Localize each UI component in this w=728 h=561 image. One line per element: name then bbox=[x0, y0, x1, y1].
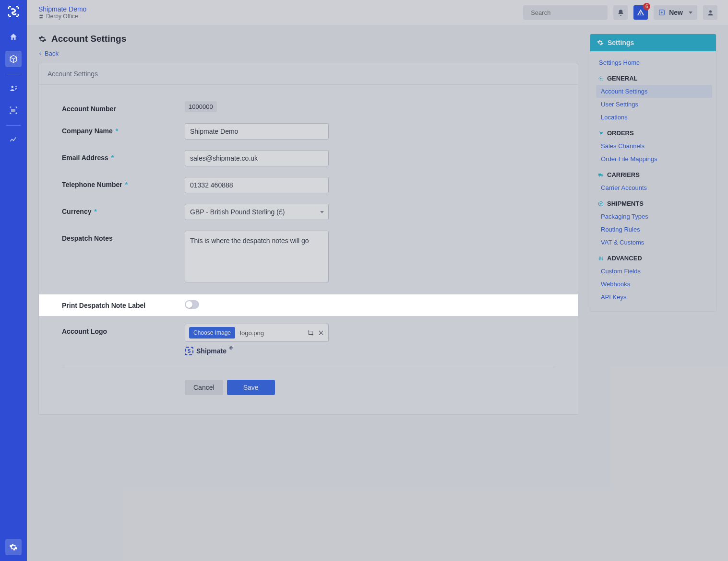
svg-point-0 bbox=[12, 86, 14, 88]
nav-contacts[interactable] bbox=[5, 80, 22, 96]
chevron-left-icon bbox=[38, 51, 42, 56]
box-icon bbox=[598, 201, 604, 207]
gear-icon bbox=[597, 39, 604, 46]
truck-icon bbox=[598, 172, 604, 178]
side-link-order-file-mappings[interactable]: Order File Mappings bbox=[596, 152, 712, 165]
alerts-button[interactable]: 6 bbox=[633, 5, 648, 20]
side-link-locations[interactable]: Locations bbox=[596, 111, 712, 124]
row-currency: Currency * GBP - British Pound Sterling … bbox=[62, 204, 555, 220]
side-link-webhooks[interactable]: Webhooks bbox=[596, 278, 712, 291]
select-currency[interactable]: GBP - British Pound Sterling (£) bbox=[185, 204, 329, 220]
side-link-packaging-types[interactable]: Packaging Types bbox=[596, 210, 712, 223]
side-link-carrier-accounts[interactable]: Carrier Accounts bbox=[596, 181, 712, 194]
bell-icon bbox=[617, 9, 624, 16]
cancel-button[interactable]: Cancel bbox=[185, 380, 223, 395]
person-icon bbox=[707, 9, 714, 16]
rail-divider-2 bbox=[6, 125, 21, 126]
nav-packages[interactable] bbox=[5, 51, 22, 67]
search-input-wrap[interactable]: / bbox=[523, 5, 608, 20]
panel-head: Account Settings bbox=[39, 63, 578, 85]
nav-home[interactable] bbox=[5, 29, 22, 45]
svg-point-6 bbox=[602, 134, 603, 135]
label-account-number: Account Number bbox=[62, 101, 185, 113]
side-group-orders: ORDERS bbox=[594, 124, 712, 140]
logo-mark-icon: S bbox=[185, 347, 193, 355]
input-email[interactable] bbox=[185, 150, 329, 166]
new-button-label: New bbox=[669, 9, 683, 16]
brand-block: Shipmate Demo Derby Office bbox=[38, 5, 86, 20]
brand-sub: Derby Office bbox=[38, 13, 86, 20]
back-link[interactable]: Back bbox=[38, 50, 59, 57]
logo-preview: S Shipmate® bbox=[185, 347, 329, 355]
choose-image-button[interactable]: Choose Image bbox=[189, 327, 235, 339]
row-print-despatch-label: Print Despatch Note Label bbox=[39, 294, 578, 316]
side-link-user-settings[interactable]: User Settings bbox=[596, 98, 712, 111]
side-group-shipments: SHIPMENTS bbox=[594, 194, 712, 210]
main-column: Shipmate Demo Derby Office / 6 New bbox=[27, 0, 728, 561]
topbar: Shipmate Demo Derby Office / 6 New bbox=[27, 0, 728, 25]
alert-badge: 6 bbox=[643, 3, 650, 10]
label-despatch-notes: Despatch Notes bbox=[62, 231, 185, 242]
row-despatch-notes: Despatch Notes This is where the despatc… bbox=[62, 231, 555, 284]
input-company-name[interactable] bbox=[185, 123, 329, 140]
svg-point-9 bbox=[599, 258, 600, 259]
svg-point-4 bbox=[600, 78, 602, 79]
textarea-despatch-notes[interactable]: This is where the despatch notes will go bbox=[185, 231, 329, 282]
svg-point-3 bbox=[709, 10, 712, 12]
gear-icon bbox=[38, 35, 47, 43]
side-link-custom-fields[interactable]: Custom Fields bbox=[596, 265, 712, 278]
label-email: Email Address * bbox=[62, 150, 185, 162]
toggle-print-despatch[interactable] bbox=[185, 300, 199, 309]
side-group-advanced: ADVANCED bbox=[594, 249, 712, 265]
profile-button[interactable] bbox=[703, 5, 717, 20]
input-telephone[interactable] bbox=[185, 177, 329, 193]
brand-logo bbox=[5, 3, 22, 20]
row-account-number: Account Number 1000000 bbox=[62, 101, 555, 113]
rail-divider bbox=[6, 74, 21, 74]
side-link-settings-home[interactable]: Settings Home bbox=[594, 56, 712, 69]
page-area: Account Settings Back Account Settings A… bbox=[38, 34, 578, 415]
svg-point-5 bbox=[600, 134, 601, 135]
side-group-general: GENERAL bbox=[594, 69, 712, 85]
label-currency: Currency * bbox=[62, 204, 185, 215]
chevron-down-icon bbox=[689, 12, 692, 14]
crop-icon[interactable] bbox=[307, 329, 314, 336]
file-picker: Choose Image logo.png bbox=[185, 324, 329, 342]
side-link-vat-customs[interactable]: VAT & Customs bbox=[596, 236, 712, 249]
cart-icon bbox=[598, 130, 604, 136]
side-panel-head: Settings bbox=[590, 34, 716, 51]
form-divider bbox=[62, 367, 555, 367]
row-account-logo: Account Logo Choose Image logo.png bbox=[62, 324, 555, 355]
nav-settings[interactable] bbox=[5, 539, 22, 555]
notifications-button[interactable] bbox=[613, 5, 628, 20]
close-icon[interactable] bbox=[318, 329, 324, 336]
brand-title: Shipmate Demo bbox=[38, 5, 86, 13]
label-telephone: Telephone Number * bbox=[62, 177, 185, 188]
label-account-logo: Account Logo bbox=[62, 324, 185, 335]
gear-small-icon bbox=[598, 76, 604, 82]
store-icon bbox=[38, 14, 44, 19]
side-link-api-keys[interactable]: API Keys bbox=[596, 291, 712, 304]
row-company-name: Company Name * bbox=[62, 123, 555, 140]
row-telephone: Telephone Number * bbox=[62, 177, 555, 193]
side-link-account-settings[interactable]: Account Settings bbox=[596, 85, 712, 98]
search-input[interactable] bbox=[531, 9, 611, 16]
label-print-despatch: Print Despatch Note Label bbox=[62, 302, 185, 309]
settings-side-panel: Settings Settings Home GENERAL Account S… bbox=[590, 34, 716, 312]
left-rail bbox=[0, 0, 27, 561]
side-link-sales-channels[interactable]: Sales Channels bbox=[596, 140, 712, 152]
page-title: Account Settings bbox=[51, 34, 126, 44]
row-email: Email Address * bbox=[62, 150, 555, 166]
svg-point-10 bbox=[600, 257, 601, 258]
svg-point-8 bbox=[602, 175, 603, 176]
side-link-routing-rules[interactable]: Routing Rules bbox=[596, 223, 712, 236]
svg-point-7 bbox=[599, 175, 600, 176]
side-group-carriers: CARRIERS bbox=[594, 165, 712, 181]
plus-box-icon bbox=[658, 9, 665, 16]
save-button[interactable]: Save bbox=[227, 380, 275, 395]
value-account-number: 1000000 bbox=[185, 101, 217, 112]
new-button[interactable]: New bbox=[654, 5, 697, 20]
nav-analytics[interactable] bbox=[5, 131, 22, 148]
nav-barcode[interactable] bbox=[5, 102, 22, 118]
label-company-name: Company Name * bbox=[62, 123, 185, 135]
